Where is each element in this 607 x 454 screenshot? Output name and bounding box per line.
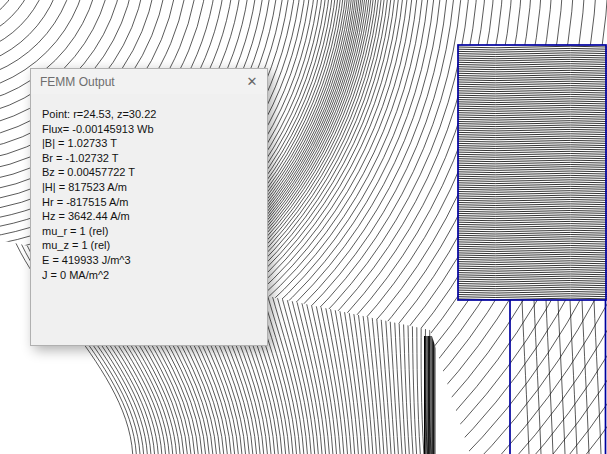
- output-line-hz: Hz = 3642.44 A/m: [42, 209, 259, 224]
- output-line-hr: Hr = -817515 A/m: [42, 195, 259, 210]
- dialog-body: Point: r=24.53, z=30.22 Flux= -0.0014591…: [31, 94, 267, 282]
- output-line-energy: E = 419933 J/m^3: [42, 253, 259, 268]
- flux-lines-bottom-right: [522, 300, 601, 454]
- output-line-point: Point: r=24.53, z=30.22: [42, 107, 259, 122]
- close-icon[interactable]: ✕: [237, 69, 267, 94]
- output-line-current: J = 0 MA/m^2: [42, 268, 259, 283]
- dialog-titlebar[interactable]: FEMM Output ✕: [31, 69, 267, 94]
- output-line-mur: mu_r = 1 (rel): [42, 224, 259, 239]
- femm-output-dialog: FEMM Output ✕ Point: r=24.53, z=30.22 Fl…: [30, 68, 268, 346]
- output-line-bmag: |B| = 1.02733 T: [42, 136, 259, 151]
- output-line-flux: Flux= -0.00145913 Wb: [42, 122, 259, 137]
- output-line-hmag: |H| = 817523 A/m: [42, 180, 259, 195]
- output-line-bz: Bz = 0.00457722 T: [42, 165, 259, 180]
- output-line-muz: mu_z = 1 (rel): [42, 238, 259, 253]
- magnet-region: [458, 45, 607, 300]
- dialog-title: FEMM Output: [31, 75, 237, 89]
- femm-app-window: { "dialog": { "title": "FEMM Output", "c…: [0, 0, 607, 454]
- output-line-br: Br = -1.02732 T: [42, 151, 259, 166]
